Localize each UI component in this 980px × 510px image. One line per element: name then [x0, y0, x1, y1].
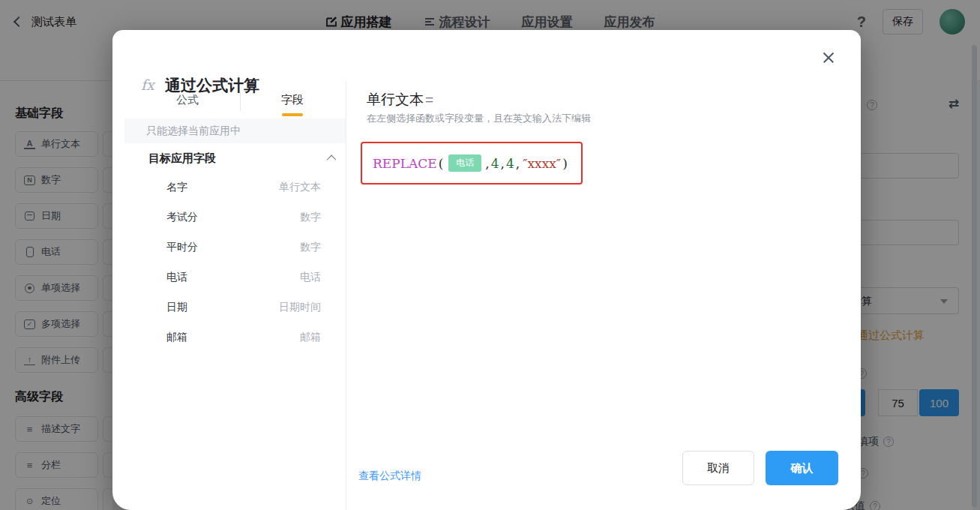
fx-icon: fx — [141, 76, 154, 93]
formula-string-arg: ″xxxx″ — [523, 156, 561, 171]
app-root: 测试表单 应用搭建 流程设计 应用设置 应用发布 ? 保存 基础字段 A单行文本… — [0, 0, 980, 510]
panel-divider — [346, 81, 346, 510]
target-field-label: 单行文本= — [367, 90, 433, 110]
tab-divider — [240, 92, 241, 111]
field-item-examscore[interactable]: 考试分 数字 — [166, 210, 321, 225]
formula-editor[interactable]: REPLACE ( 电话 , 4 , 4 , ″xxxx″ ) — [361, 142, 583, 184]
confirm-button[interactable]: 确认 — [766, 451, 838, 485]
field-group-header[interactable]: 目标应用字段 — [148, 152, 336, 166]
active-tab-underline — [282, 113, 303, 116]
field-variable-tag[interactable]: 电话 — [448, 154, 481, 172]
close-icon[interactable] — [822, 51, 835, 64]
editor-hint: 在左侧选择函数或字段变量，且在英文输入法下编辑 — [367, 112, 591, 125]
field-item-name[interactable]: 名字 单行文本 — [166, 180, 321, 195]
formula-function: REPLACE — [373, 156, 437, 171]
chevron-up-icon — [327, 155, 337, 165]
scope-hint: 只能选择当前应用中 — [124, 118, 346, 143]
equals-sign: = — [425, 92, 433, 107]
tab-formula[interactable]: 公式 — [142, 93, 232, 107]
field-item-date[interactable]: 日期 日期时间 — [166, 300, 321, 315]
group-title: 目标应用字段 — [148, 152, 216, 166]
formula-dialog: fx 通过公式计算 公式 字段 只能选择当前应用中 目标应用字段 名字 单行文本… — [112, 30, 861, 510]
field-item-phone[interactable]: 电话 电话 — [166, 270, 321, 285]
field-item-dailyscore[interactable]: 平时分 数字 — [166, 240, 321, 255]
formula-details-link[interactable]: 查看公式详情 — [358, 470, 421, 483]
cancel-button[interactable]: 取消 — [682, 451, 754, 485]
tab-fields[interactable]: 字段 — [247, 93, 337, 107]
field-item-email[interactable]: 邮箱 邮箱 — [166, 330, 321, 345]
